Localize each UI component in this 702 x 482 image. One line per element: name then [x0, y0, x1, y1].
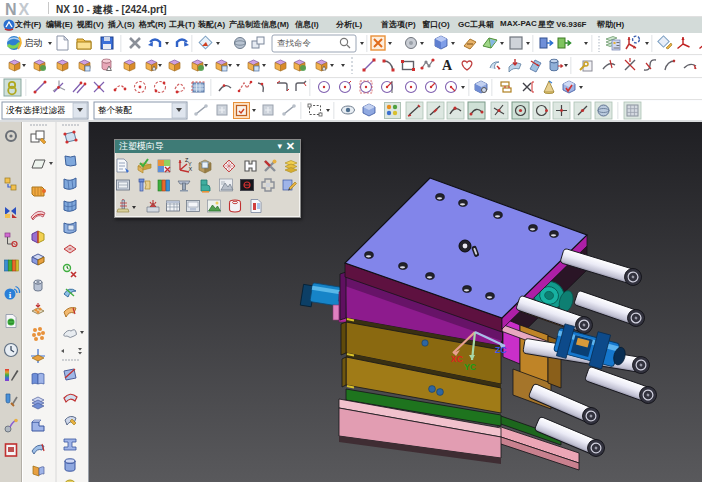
svg-text:查找命令: 查找命令 [277, 38, 312, 48]
svg-text:整个装配: 整个装配 [98, 105, 133, 115]
svg-text:YC: YC [464, 362, 476, 372]
svg-text:ZC: ZC [495, 345, 506, 355]
svg-text:X: X [189, 166, 193, 172]
svg-text:启动: 启动 [24, 38, 42, 48]
svg-text:没有选择过滤器: 没有选择过滤器 [6, 105, 66, 115]
svg-text:XC: XC [451, 354, 463, 364]
svg-text:A: A [442, 58, 453, 73]
